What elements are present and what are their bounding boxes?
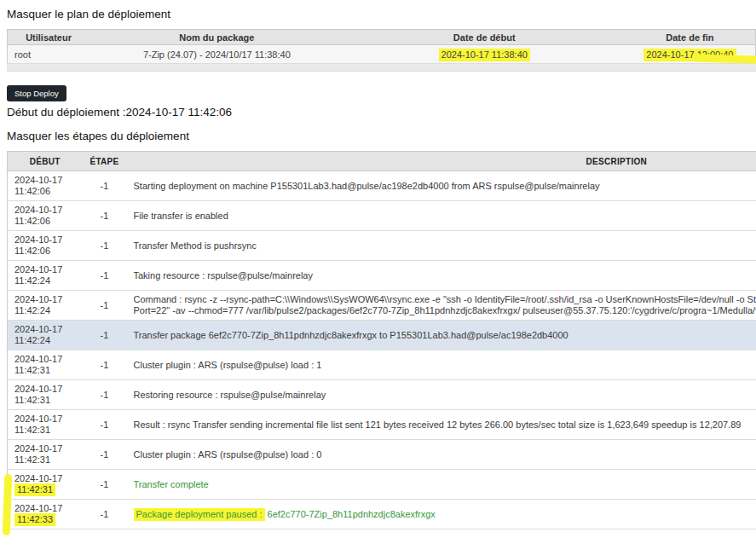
- plan-col-end-date: Date de fin: [625, 30, 756, 45]
- step-start-cell: 2024-10-1711:42:24: [8, 261, 83, 291]
- plan-row: root 7-Zip (24.07) - 2024/10/17 11:38:40…: [8, 45, 756, 64]
- step-number-cell: -1: [83, 500, 127, 529]
- step-description-cell: Cluster plugin : ARS (rspulse@pulse) loa…: [127, 440, 756, 470]
- start-date-highlight: 2024-10-17 11:38:40: [439, 49, 530, 61]
- step-start-cell: 2024-10-1711:42:31: [8, 380, 83, 410]
- step-start-cell: 2024-10-1711:42:31: [8, 410, 83, 440]
- step-start-cell: 2024-10-1711:42:24: [8, 291, 83, 321]
- step-description-cell: Taking resource : rspulse@pulse/mainrela…: [127, 261, 756, 291]
- end-date-highlight: 2024-10-17 12:00:40: [643, 49, 736, 61]
- step-start-cell: 2024-10-1711:42:31: [8, 470, 83, 500]
- steps-table-wrap: DÉBUT ÉTAPE DESCRIPTION 2024-10-1711:42:…: [7, 151, 756, 529]
- deployment-page: Masquer le plan de déploiement Utilisate…: [0, 8, 756, 529]
- step-time: 11:42:31: [14, 395, 83, 406]
- step-description-cell: Result : rsync Transfer sending incremen…: [127, 410, 756, 440]
- step-row: 2024-10-1711:42:24-1Taking resource : rs…: [8, 261, 756, 291]
- step-time: 11:42:06: [14, 216, 83, 227]
- step-number-cell: -1: [83, 171, 127, 201]
- step-description-cell: Restoring resource : rspulse@pulse/mainr…: [127, 380, 756, 410]
- command-line: Command : rsync -z --rsync-path=C:\\Wind…: [134, 294, 756, 305]
- step-date: 2024-10-17: [14, 384, 83, 395]
- step-description-text: Transfer package 6ef2c770-7Zip_8h11pdnhz…: [134, 330, 568, 340]
- step-row: 2024-10-1711:42:31-1Result : rsync Trans…: [8, 410, 756, 440]
- plan-package-cell: 7-Zip (24.07) - 2024/10/17 11:38:40: [89, 45, 344, 64]
- step-description-text: Transfer complete: [134, 479, 209, 489]
- steps-col-start: DÉBUT: [8, 152, 83, 171]
- step-row: 2024-10-1711:42:31-1Transfer complete: [8, 470, 756, 500]
- step-time: 11:42:24: [14, 275, 83, 286]
- step-number-cell: -1: [83, 261, 127, 291]
- step-time: 11:42:31: [14, 365, 83, 376]
- step-number-cell: -1: [83, 231, 127, 261]
- stop-deploy-button[interactable]: Stop Deploy: [7, 85, 66, 101]
- step-start-cell: 2024-10-1711:42:24: [8, 321, 83, 350]
- step-number-cell: -1: [83, 201, 127, 231]
- step-time: 11:42:33: [14, 514, 83, 525]
- step-start-cell: 2024-10-1711:42:06: [8, 201, 83, 231]
- step-description-text: Restoring resource : rspulse@pulse/mainr…: [134, 390, 326, 400]
- step-description-text: Result : rsync Transfer sending incremen…: [134, 419, 742, 430]
- plan-col-user: Utilisateur: [8, 30, 90, 45]
- step-description-cell: Package deployment paused : 6ef2c770-7Zi…: [127, 500, 756, 529]
- step-description-cell: File transfer is enabled: [127, 201, 756, 231]
- step-start-cell: 2024-10-1711:42:06: [8, 171, 83, 201]
- step-description-text: Taking resource : rspulse@pulse/mainrela…: [134, 270, 313, 281]
- step-row: 2024-10-1711:42:06-1File transfer is ena…: [8, 201, 756, 231]
- steps-header-row: DÉBUT ÉTAPE DESCRIPTION: [8, 152, 756, 171]
- step-description-cell: Transfer Method is pushrsync: [127, 231, 756, 261]
- step-number-cell: -1: [83, 291, 127, 321]
- step-start-cell: 2024-10-1711:42:31: [8, 440, 83, 470]
- steps-table: DÉBUT ÉTAPE DESCRIPTION 2024-10-1711:42:…: [7, 151, 756, 529]
- step-number-cell: -1: [83, 350, 127, 380]
- steps-col-description: DESCRIPTION: [127, 152, 756, 171]
- step-description-cell: Transfer package 6ef2c770-7Zip_8h11pdnhz…: [127, 321, 756, 350]
- step-description-text: Cluster plugin : ARS (rspulse@pulse) loa…: [134, 360, 322, 370]
- step-date: 2024-10-17: [14, 324, 83, 335]
- step-start-cell: 2024-10-1711:42:06: [8, 231, 83, 261]
- step-row: 2024-10-1711:42:24-1Command : rsync -z -…: [8, 291, 756, 321]
- command-line: Port=22" -av --chmod=777 /var/lib/pulse2…: [134, 305, 756, 316]
- step-description-cell: Cluster plugin : ARS (rspulse@pulse) loa…: [127, 350, 756, 380]
- step-description-cell: Starting deployment on machine P155301La…: [127, 171, 756, 201]
- step-date: 2024-10-17: [14, 264, 83, 275]
- step-description-text: Starting deployment on machine P155301La…: [134, 181, 600, 191]
- step-date: 2024-10-17: [14, 205, 83, 216]
- step-time: 11:42:31: [14, 484, 83, 495]
- step-row: 2024-10-1711:42:33-1Package deployment p…: [8, 500, 756, 529]
- step-time: 11:42:06: [14, 246, 83, 257]
- step-description-cell: Transfer complete: [127, 470, 756, 500]
- plan-user-cell: root: [8, 45, 90, 64]
- deployment-start-text: Début du déploiement :2024-10-17 11:42:0…: [7, 106, 756, 120]
- step-description-text: 6ef2c770-7Zip_8h11pdnhzdjc8akexfrxgx: [265, 509, 436, 519]
- steps-col-step: ÉTAPE: [83, 152, 127, 171]
- step-time-highlight: 11:42:31: [14, 483, 55, 496]
- toggle-plan-link[interactable]: Masquer le plan de déploiement: [7, 8, 756, 21]
- step-number-cell: -1: [83, 380, 127, 410]
- step-description-text: Transfer Method is pushrsync: [134, 240, 257, 251]
- step-row: 2024-10-1711:42:31-1Cluster plugin : ARS…: [8, 350, 756, 380]
- plan-table-footer-strip: [7, 64, 756, 72]
- step-description-cell: Command : rsync -z --rsync-path=C:\\Wind…: [127, 291, 756, 321]
- step-description-text: File transfer is enabled: [134, 211, 228, 221]
- step-row: 2024-10-1711:42:31-1Cluster plugin : ARS…: [8, 440, 756, 470]
- toggle-steps-link[interactable]: Masquer les étapes du déploiement: [7, 130, 756, 143]
- plan-end-cell: 2024-10-17 12:00:40: [625, 45, 756, 64]
- step-number-cell: -1: [83, 321, 127, 350]
- step-number-cell: -1: [83, 410, 127, 440]
- step-row: 2024-10-1711:42:31-1Restoring resource :…: [8, 380, 756, 410]
- plan-col-start-date: Date de début: [344, 30, 625, 45]
- step-time: 11:42:24: [14, 305, 83, 316]
- plan-start-cell: 2024-10-17 11:38:40: [344, 45, 625, 64]
- step-number-cell: -1: [83, 440, 127, 470]
- step-start-cell: 2024-10-1711:42:31: [8, 350, 83, 380]
- step-number-cell: -1: [83, 470, 127, 500]
- step-description-highlight: Package deployment paused :: [134, 508, 265, 521]
- step-time: 11:42:06: [14, 186, 83, 197]
- step-date: 2024-10-17: [14, 175, 83, 186]
- step-row: 2024-10-1711:42:06-1Transfer Method is p…: [8, 231, 756, 261]
- step-date: 2024-10-17: [14, 443, 83, 454]
- step-time: 11:42:24: [14, 335, 83, 346]
- step-time: 11:42:31: [14, 454, 83, 466]
- plan-header-row: Utilisateur Nom du package Date de début…: [8, 30, 756, 45]
- step-time-highlight: 11:42:33: [14, 513, 55, 526]
